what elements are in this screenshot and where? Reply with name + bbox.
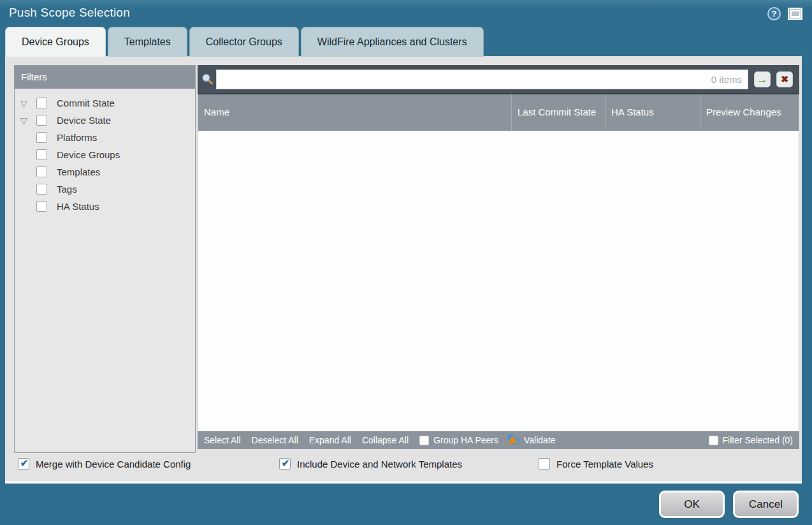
filter-item-label: Tags: [57, 184, 77, 195]
expand-all-link[interactable]: Expand All: [309, 435, 351, 445]
filter-item-ha-status[interactable]: HA Status: [15, 198, 195, 215]
filter-item-device-groups[interactable]: Device Groups: [15, 146, 195, 163]
checkbox[interactable]: [36, 132, 47, 143]
ok-button[interactable]: OK: [659, 491, 725, 518]
validate-icon: [507, 434, 521, 446]
push-options-row: ✔ Merge with Device Candidate Config ✔ I…: [18, 458, 798, 470]
group-ha-peers-checkbox[interactable]: [419, 436, 429, 445]
dialog-title: Push Scope Selection: [9, 6, 130, 20]
window-icon-glyph: [792, 11, 799, 16]
checkbox[interactable]: [36, 98, 47, 108]
table-body-empty: [198, 131, 799, 431]
titlebar-icons: ?: [767, 7, 802, 20]
filters-panel: Filters ▽ Commit State ▽ Device State Pl…: [14, 65, 196, 453]
device-table: Name Last Commit State HA Status Preview…: [198, 94, 799, 431]
filter-item-platforms[interactable]: Platforms: [15, 129, 195, 146]
checkbox[interactable]: [36, 166, 47, 177]
validate-link[interactable]: Validate: [524, 435, 556, 445]
filter-selected-label: Filter Selected (0): [723, 435, 793, 445]
search-bar: 0 items → ✖: [198, 65, 799, 94]
filter-item-device-state[interactable]: ▽ Device State: [15, 112, 195, 129]
filter-item-label: Platforms: [57, 132, 97, 143]
table-toolbar: Select All Deselect All Expand All Colla…: [198, 431, 799, 449]
option-label: Include Device and Network Templates: [297, 459, 462, 470]
merge-candidate-config-checkbox[interactable]: ✔: [18, 458, 29, 470]
option-include-templates: ✔ Include Device and Network Templates: [279, 458, 539, 470]
help-icon[interactable]: ?: [767, 7, 781, 20]
arrow-right-icon: →: [757, 74, 768, 85]
main-panel: Filters ▽ Commit State ▽ Device State Pl…: [5, 56, 802, 484]
device-table-area: 0 items → ✖ Name Last Commit State HA St…: [198, 65, 799, 450]
column-header-ha-status[interactable]: HA Status: [605, 94, 700, 131]
filter-item-label: HA Status: [57, 201, 99, 212]
group-ha-peers-label: Group HA Peers: [433, 435, 498, 445]
filter-item-label: Device State: [57, 115, 111, 126]
expander-icon[interactable]: ▽: [20, 98, 36, 108]
x-icon: ✖: [781, 75, 788, 84]
tab-wildfire-appliances[interactable]: WildFire Appliances and Clusters: [301, 27, 484, 57]
search-icon: [201, 73, 214, 86]
filter-item-commit-state[interactable]: ▽ Commit State: [15, 94, 195, 112]
filter-item-tags[interactable]: Tags: [15, 181, 195, 198]
checkbox[interactable]: [36, 115, 47, 126]
column-header-preview-changes[interactable]: Preview Changes: [700, 94, 799, 131]
filter-item-label: Device Groups: [57, 149, 120, 160]
items-count: 0 items: [711, 74, 742, 85]
tab-device-groups[interactable]: Device Groups: [5, 27, 106, 57]
checkbox[interactable]: [36, 149, 47, 160]
cancel-button[interactable]: Cancel: [733, 491, 799, 518]
column-header-last-commit-state[interactable]: Last Commit State: [512, 94, 605, 131]
force-template-values-checkbox[interactable]: [539, 458, 550, 470]
option-merge-candidate-config: ✔ Merge with Device Candidate Config: [18, 458, 279, 470]
select-all-link[interactable]: Select All: [204, 435, 241, 445]
include-templates-checkbox[interactable]: ✔: [279, 458, 291, 470]
dialog-footer: OK Cancel: [0, 484, 812, 525]
expander-icon[interactable]: ▽: [20, 115, 36, 126]
tab-bar: Device Groups Templates Collector Groups…: [5, 27, 484, 57]
collapse-all-link[interactable]: Collapse All: [362, 435, 409, 445]
filters-header: Filters: [15, 66, 195, 89]
deselect-all-link[interactable]: Deselect All: [252, 435, 298, 445]
window-icon[interactable]: [788, 8, 802, 20]
column-header-name[interactable]: Name: [198, 94, 512, 131]
checkbox[interactable]: [36, 201, 47, 212]
footer-buttons: OK Cancel: [659, 491, 799, 518]
filter-selected-checkbox[interactable]: [709, 436, 718, 445]
search-input[interactable]: 0 items: [216, 70, 748, 89]
checkbox[interactable]: [36, 184, 47, 195]
option-label: Merge with Device Candidate Config: [36, 459, 191, 470]
option-label: Force Template Values: [556, 459, 653, 470]
filter-item-templates[interactable]: Templates: [15, 163, 195, 181]
table-header-row: Name Last Commit State HA Status Preview…: [198, 94, 799, 131]
filter-item-label: Templates: [57, 166, 100, 177]
tab-templates[interactable]: Templates: [108, 27, 187, 57]
clear-filter-button[interactable]: ✖: [776, 71, 793, 87]
filters-tree: ▽ Commit State ▽ Device State Platforms …: [15, 89, 195, 215]
tab-collector-groups[interactable]: Collector Groups: [189, 27, 299, 57]
option-force-template-values: Force Template Values: [539, 458, 653, 470]
titlebar: Push Scope Selection ?: [0, 0, 812, 27]
apply-filter-button[interactable]: →: [754, 71, 771, 87]
filter-item-label: Commit State: [57, 98, 115, 108]
